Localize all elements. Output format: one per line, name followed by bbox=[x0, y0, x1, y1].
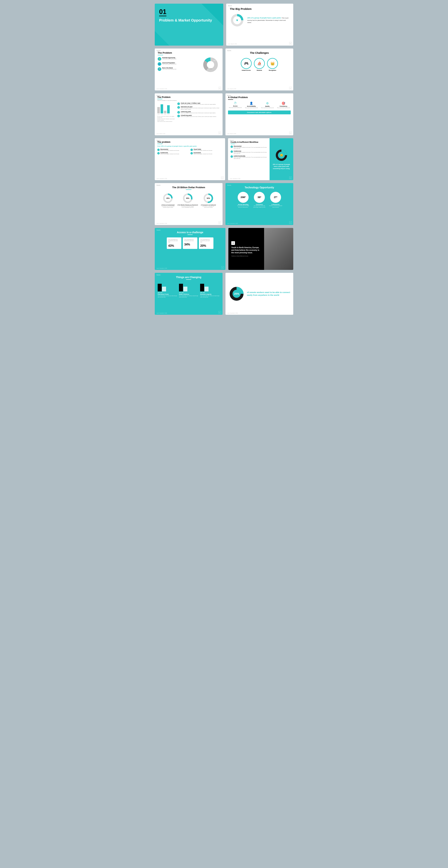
slide-footer: Level · March 4, 2011 bbox=[157, 133, 165, 134]
item-sub: This is just some dummy text bbox=[162, 58, 176, 59]
consistency-icon: 🎯 bbox=[276, 101, 291, 105]
bar-chart-1 bbox=[158, 282, 177, 291]
cards-container: This is placeholder text. Describe the p… bbox=[158, 238, 223, 249]
metrics-container: 20M* Annual Spending by consumers on the… bbox=[228, 192, 290, 208]
row-2: Sand. The Problem ⚡ Potential Opportunit… bbox=[155, 49, 293, 90]
donut-1: 25% bbox=[162, 193, 173, 204]
slide-nav[interactable]: ► bbox=[289, 177, 292, 179]
gp-label-4: Consistency bbox=[276, 105, 291, 107]
metric-sub-3: According to a reputable well-known sour… bbox=[202, 206, 215, 208]
wf-title-1: Disconnected bbox=[234, 146, 267, 147]
wf-title-2: Cumbersome bbox=[234, 150, 267, 152]
item-title: Potential Opportunity bbox=[162, 57, 176, 58]
slide-title: The 20 Billion Dollar Problem bbox=[158, 186, 220, 189]
row-5: Sand. The 20 Billion Dollar Problem 25% … bbox=[155, 183, 293, 225]
slide-nav[interactable]: ► bbox=[289, 87, 292, 89]
card-2: This is placeholder text. Describe the p… bbox=[183, 238, 197, 249]
slide-nav[interactable]: ► bbox=[219, 87, 221, 89]
slide-nav[interactable]: ► bbox=[289, 42, 292, 44]
metric-circle-2: 3B* bbox=[254, 192, 265, 203]
slide-nav[interactable]: ► bbox=[221, 266, 224, 269]
point-num-2: 2 bbox=[177, 106, 180, 109]
slide-footer: Level · November 8, 2018 bbox=[157, 313, 167, 314]
point-sub-3: Morbi a erat sagittis, tincidunt est sit… bbox=[181, 112, 216, 114]
title-underline bbox=[186, 189, 191, 190]
item-sub: This is just some dummy text bbox=[162, 63, 176, 65]
svg-text:15%: 15% bbox=[213, 60, 216, 61]
bar-pcts-1: 43% 25% bbox=[158, 292, 177, 293]
item-icon: 👥 bbox=[158, 62, 161, 66]
bar-dark-2 bbox=[179, 284, 183, 291]
slide-title: The Problem bbox=[158, 52, 220, 54]
wf-sub-2: Morbi a erat sagittis, tincidunt est sli… bbox=[234, 152, 267, 154]
slide-3: Sand. The Problem ⚡ Potential Opportunit… bbox=[155, 49, 223, 90]
slide-subtitle: State the problem in one short sentence. bbox=[157, 100, 220, 101]
slide-nav[interactable]: ► bbox=[219, 221, 221, 224]
slide-title: Access is a challenge bbox=[158, 231, 223, 234]
metric-pct-3: 52% bbox=[207, 197, 210, 199]
face-icon: 😐 bbox=[280, 154, 283, 157]
bar-dark-1 bbox=[158, 284, 162, 291]
slide-title: Problem & Market Opportunity bbox=[159, 18, 219, 23]
metric-2: 3B* Consumers are expected to enter this… bbox=[253, 192, 266, 208]
wf-item-1: 1 Disconnected Morbi a erat sagittis, ti… bbox=[230, 146, 267, 149]
slide-nav[interactable]: ► bbox=[219, 311, 221, 314]
bar-pcts-3: 43% 25% bbox=[200, 292, 220, 293]
bar-2 bbox=[161, 104, 163, 114]
point-text-3: A third key point Morbi a erat sagittis,… bbox=[181, 111, 216, 114]
slide-content: FY 21 FY 21 FY 21 FY 22 Put your source … bbox=[157, 102, 220, 122]
slide-5: Sand. The Problem State the problem in o… bbox=[155, 93, 223, 135]
metric-3: 2T* In Resources needed to meet the proj… bbox=[269, 192, 283, 208]
bar-label-4: FY 22 bbox=[167, 114, 170, 115]
point-3: 3 A third key point Morbi a erat sagitti… bbox=[177, 111, 220, 114]
card-3: This is placeholder text. Describe the p… bbox=[199, 238, 214, 249]
slide-text: of remote workers want to be able to con… bbox=[247, 291, 290, 297]
wf-item-3: 3 Limited functionality Morbi a erat sag… bbox=[230, 155, 267, 159]
right-points: 1 Costs are crazy > 2 trillion / year Mo… bbox=[177, 102, 220, 122]
accountability-icon: 👤 bbox=[244, 101, 259, 105]
title-underline bbox=[158, 55, 163, 55]
title-underline bbox=[157, 99, 162, 99]
metric-3: 52% of Consumers are Uniformed According… bbox=[201, 193, 216, 208]
tc-item-1: 43% 25% Plant-based Protein This is plac… bbox=[158, 282, 177, 298]
pt-title-2: Visual Clutter bbox=[194, 149, 213, 150]
point-title-3: A third key point bbox=[181, 111, 216, 112]
bar-pct-dark-2: 43% bbox=[179, 292, 181, 293]
wf-num-2: 2 bbox=[230, 150, 233, 153]
slide-footer: Level · November 8, 2018 bbox=[230, 178, 240, 179]
pt-item-3: 2 Cumbersome Morbi a erat sagittis, tinc… bbox=[157, 152, 189, 154]
gp-sub-4: This is just some dummy text bbox=[276, 107, 291, 109]
pt-num-2: 3 bbox=[190, 149, 193, 151]
right-text: 25% of a group of people have a pain poi… bbox=[272, 163, 291, 169]
metric-sub-1: by consumers on the thing that your talk… bbox=[236, 205, 250, 208]
pt-item-1: 1 Disconnected Morbi a erat sagittis, ti… bbox=[157, 149, 189, 151]
bar-label-1: FY 21 bbox=[157, 114, 160, 115]
items-container: ⏱ Access This is just some dummy text 👤 … bbox=[228, 101, 291, 109]
slide-footer: Level · November 8, 2018 bbox=[157, 88, 167, 89]
title-underline bbox=[230, 144, 235, 144]
metric-label-1: Annual Spending bbox=[238, 204, 249, 205]
slide-tag: Sand. bbox=[227, 185, 232, 186]
pie-chart: 60% 25% 15% bbox=[201, 57, 220, 72]
gp-label-2: Accountability bbox=[244, 105, 259, 107]
chart-note: Put your source here: Morbi a erat sagit… bbox=[157, 116, 175, 122]
bar-pct-dark-3: 43% bbox=[200, 292, 202, 293]
slide-nav[interactable]: ► bbox=[289, 132, 292, 134]
list-item: 👥 Unserved Population This is just some … bbox=[158, 62, 199, 66]
slide-nav[interactable]: ► bbox=[219, 132, 221, 134]
bar-pct-white-3: 25% bbox=[203, 292, 205, 293]
tc-sub-3: This is placeholder tool. Build your dat… bbox=[200, 295, 220, 298]
metric-sub-3: needed to meet the projected future dema… bbox=[269, 205, 283, 208]
slide-nav[interactable]: ► bbox=[221, 177, 224, 179]
pt-title-1: Disconnected bbox=[160, 149, 179, 150]
quote-source: Telefónica Global Millennial Survey bbox=[231, 255, 261, 256]
wf-text-3: Limited functionality Morbi a erat sagit… bbox=[234, 155, 267, 159]
metric-pct-2: 30% bbox=[186, 197, 189, 199]
point-sub-2: Morbi a erat sagittis, tincidunt est sit… bbox=[181, 107, 220, 110]
slide-title: The Problem bbox=[157, 96, 220, 98]
circles-container: 🎮 Instant Access ⛵ Rewards 👑 Recognition bbox=[228, 58, 290, 71]
desc-bold: 25% of a group of people have a pain poi… bbox=[247, 17, 281, 19]
slide-nav[interactable]: ► bbox=[289, 221, 292, 224]
slide-2: Sand. The Big Problem ♥ 25% of a group o… bbox=[226, 4, 293, 45]
pt-num-3: 2 bbox=[157, 152, 160, 154]
